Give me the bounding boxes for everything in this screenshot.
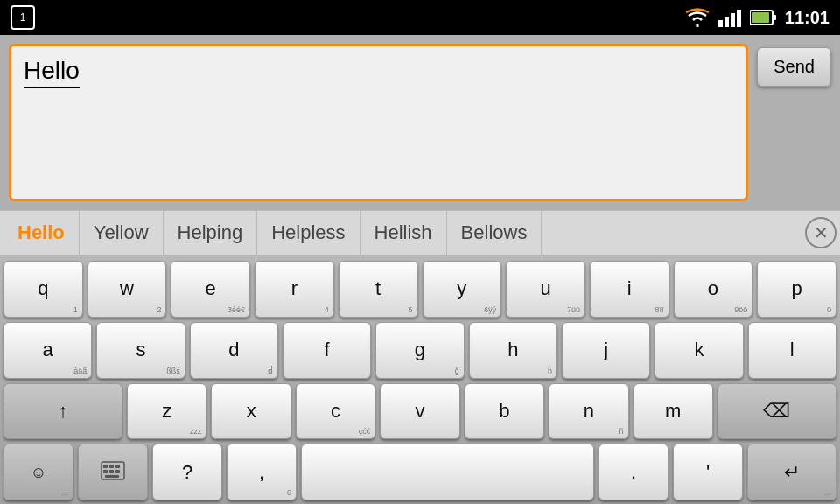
key-question[interactable]: ? <box>152 444 222 500</box>
key-s[interactable]: sßßś <box>96 322 185 379</box>
suggestion-helping[interactable]: Helping <box>164 211 258 255</box>
key-t[interactable]: t5 <box>339 261 418 318</box>
key-u[interactable]: u7üū <box>506 261 585 318</box>
key-w[interactable]: w2 <box>88 261 167 318</box>
svg-rect-14 <box>105 475 119 478</box>
key-h[interactable]: hĥ <box>469 322 557 379</box>
key-p[interactable]: p0 <box>757 261 836 318</box>
key-shift[interactable]: ↑ <box>4 383 122 440</box>
key-a[interactable]: aàäã <box>4 322 92 379</box>
key-y[interactable]: y6ÿý <box>423 261 502 318</box>
close-icon: ✕ <box>814 222 829 243</box>
key-e[interactable]: e3èé€ <box>171 261 250 318</box>
svg-rect-1 <box>724 17 729 27</box>
key-b[interactable]: b <box>465 383 544 440</box>
suggestion-hello[interactable]: Hello <box>4 211 80 255</box>
svg-rect-10 <box>116 465 120 468</box>
keyboard-row-1: q1 w2 e3èé€ r4 t5 y6ÿý u7üū i8ïī o9öō p0 <box>4 261 836 318</box>
key-enter[interactable]: ↵ ... <box>747 444 836 500</box>
key-m[interactable]: m <box>634 383 713 440</box>
suggestion-bellows[interactable]: Bellows <box>447 211 542 255</box>
key-v[interactable]: v <box>380 383 459 440</box>
keyboard: q1 w2 e3èé€ r4 t5 y6ÿý u7üū i8ïī o9öō p0… <box>0 256 840 504</box>
key-o[interactable]: o9öō <box>674 261 753 318</box>
key-c[interactable]: cçćč <box>296 383 375 440</box>
key-n[interactable]: nñ <box>549 383 628 440</box>
key-spacebar[interactable] <box>301 444 594 500</box>
status-left: 1 <box>10 5 35 30</box>
svg-rect-9 <box>109 465 114 468</box>
key-period[interactable]: . <box>598 444 668 500</box>
dismiss-suggestion-button[interactable]: ✕ <box>805 217 836 248</box>
svg-rect-5 <box>773 15 776 20</box>
svg-rect-6 <box>752 12 769 23</box>
key-j[interactable]: j <box>562 322 650 379</box>
key-i[interactable]: i8ïī <box>590 261 669 318</box>
keyboard-row-3: ↑ zżzz x cçćč v b nñ m ⌫ <box>4 383 836 440</box>
keyboard-row-2: aàäã sßßś dḋ f gğ hĥ j k l <box>4 322 836 379</box>
suggestions-bar: Hello Yellow Helping Helpless Hellish Be… <box>0 210 840 256</box>
svg-rect-8 <box>103 465 108 468</box>
signal-icon <box>718 8 741 27</box>
svg-rect-11 <box>103 470 108 473</box>
battery-icon <box>750 8 776 27</box>
key-k[interactable]: k <box>654 322 743 379</box>
wifi-icon <box>685 8 710 27</box>
text-input-value: Hello <box>24 57 80 88</box>
svg-rect-0 <box>718 20 723 27</box>
key-backspace[interactable]: ⌫ <box>718 383 836 440</box>
key-emoji[interactable]: ☺ ... <box>4 444 74 500</box>
notification-icon: 1 <box>10 5 35 30</box>
status-right: 11:01 <box>685 8 830 28</box>
key-z[interactable]: zżzz <box>127 383 206 440</box>
suggestion-yellow[interactable]: Yellow <box>80 211 164 255</box>
key-layout[interactable] <box>78 444 148 500</box>
key-d[interactable]: dḋ <box>190 322 278 379</box>
key-q[interactable]: q1 <box>4 261 83 318</box>
svg-rect-3 <box>737 10 741 27</box>
key-l[interactable]: l <box>748 322 836 379</box>
time-display: 11:01 <box>785 8 830 28</box>
keyboard-layout-icon <box>101 461 125 484</box>
status-bar: 1 <box>0 0 840 35</box>
svg-rect-12 <box>109 470 114 473</box>
keyboard-row-4: ☺ ... ? ,0 . ' <box>4 444 836 500</box>
svg-rect-2 <box>731 13 735 27</box>
suggestion-helpless[interactable]: Helpless <box>257 211 360 255</box>
svg-rect-13 <box>116 470 120 473</box>
key-f[interactable]: f <box>283 322 371 379</box>
key-comma[interactable]: ,0 <box>227 444 297 500</box>
input-area: Hello Send <box>0 35 840 210</box>
send-button[interactable]: Send <box>757 47 831 87</box>
key-apostrophe[interactable]: ' <box>673 444 743 500</box>
suggestion-hellish[interactable]: Hellish <box>360 211 447 255</box>
key-g[interactable]: gğ <box>375 322 464 379</box>
key-x[interactable]: x <box>211 383 290 440</box>
text-input-container[interactable]: Hello <box>9 44 748 201</box>
key-r[interactable]: r4 <box>255 261 334 318</box>
